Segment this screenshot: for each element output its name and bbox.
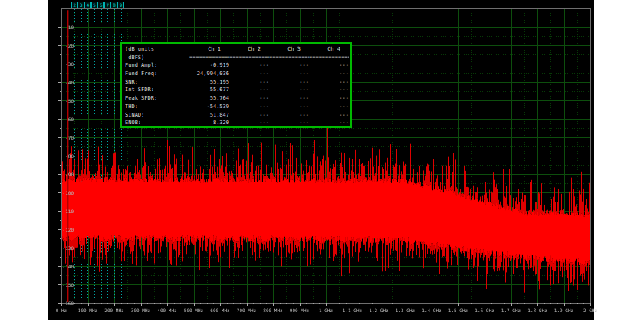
y-tick-label: -110: [48, 209, 74, 214]
x-tick-label: 200 MHz: [104, 307, 123, 313]
table-cell: ---: [229, 94, 269, 103]
table-cell: ---: [309, 119, 349, 127]
x-tick-label: 1.3 GHz: [396, 307, 415, 313]
x-tick-label: 1.7 GHz: [501, 307, 521, 313]
table-cell: ---: [269, 70, 309, 78]
x-tick-label: 500 MHz: [184, 307, 203, 313]
table-cell: ---: [229, 111, 269, 120]
table-cell: ---: [269, 86, 309, 94]
table-cell: 51.847: [189, 111, 229, 120]
table-cell: =============: [309, 54, 349, 62]
table-row: Int SFDR:55.677---------: [125, 86, 347, 94]
table-row-label: dBFS): [125, 54, 189, 62]
x-tick-label: 0 Hz: [56, 307, 67, 313]
table-cell: =============: [189, 54, 229, 62]
table-row-label: ENOB:: [125, 119, 189, 127]
y-tick-label: -90: [48, 172, 74, 177]
table-cell: ---: [269, 94, 309, 103]
y-tick-label: -120: [48, 227, 74, 232]
y-tick-label: -20: [48, 43, 74, 48]
table-cell: ---: [269, 111, 309, 120]
y-tick-label: -30: [48, 61, 74, 67]
table-cell: =============: [269, 54, 309, 62]
table-cell: -0.919: [189, 61, 229, 70]
table-cell: 24,994,036: [189, 70, 229, 78]
table-cell: Ch 3: [269, 45, 309, 54]
x-tick-label: 300 MHz: [131, 307, 150, 313]
table-cell: ---: [269, 61, 309, 70]
harmonic-marker-badge[interactable]: 9: [117, 2, 124, 8]
table-cell: 55.677: [189, 86, 229, 94]
table-row-label: Fund Ampl:: [125, 61, 189, 70]
table-row: Fund Freq:24,994,036---------: [125, 70, 347, 78]
table-row-label: (dB units: [125, 45, 189, 54]
table-row: Fund Ampl:-0.919---------: [125, 61, 347, 70]
measurement-readout-table: (dB unitsCh 1Ch 2Ch 3Ch 4 dBFS)=========…: [120, 42, 352, 128]
x-tick-label: 1.1 GHz: [343, 307, 362, 313]
y-tick-label: -100: [48, 190, 74, 196]
y-tick-label: -160: [48, 301, 74, 306]
table-row-label: SNR:: [125, 78, 189, 87]
y-tick-label: -70: [48, 135, 74, 140]
x-tick-label: 1.5 GHz: [449, 307, 468, 313]
table-cell: ---: [309, 94, 349, 103]
table-row-label: Fund Freq:: [125, 70, 189, 78]
x-tick-label: 1.2 GHz: [369, 307, 388, 313]
table-cell: ---: [309, 78, 349, 87]
y-tick-label: -130: [48, 245, 74, 251]
table-cell: ---: [309, 70, 349, 78]
fft-analyzer-panel: -10-20-30-40-50-60-70-80-90-100-110-120-…: [48, 0, 594, 320]
table-row: THD:-54.539---------: [125, 103, 347, 111]
x-tick-label: 1.9 GHz: [554, 307, 573, 313]
table-row: SNR:55.195---------: [125, 78, 347, 87]
table-cell: ---: [269, 119, 309, 127]
table-cell: ---: [309, 111, 349, 120]
table-cell: 55.764: [189, 94, 229, 103]
x-tick-label: 700 MHz: [237, 307, 256, 313]
screenshot-root: -10-20-30-40-50-60-70-80-90-100-110-120-…: [0, 0, 644, 322]
table-cell: ---: [309, 86, 349, 94]
table-row: ENOB:8.320---------: [125, 119, 347, 127]
table-cell: ---: [269, 103, 309, 111]
table-cell: -54.539: [189, 103, 229, 111]
table-cell: ---: [269, 78, 309, 87]
table-cell: Ch 1: [189, 45, 229, 54]
x-tick-label: 1.6 GHz: [475, 307, 494, 313]
table-cell: 55.195: [189, 78, 229, 87]
y-tick-label: -150: [48, 282, 74, 288]
table-cell: ---: [229, 70, 269, 78]
x-tick-label: 100 MHz: [78, 307, 97, 313]
table-cell: ---: [309, 103, 349, 111]
table-row-label: Int SFDR:: [125, 86, 189, 94]
x-tick-label: 1.4 GHz: [422, 307, 441, 313]
x-tick-label: 800 MHz: [263, 307, 282, 313]
x-tick-label: 900 MHz: [290, 307, 309, 313]
table-cell: ---: [229, 61, 269, 70]
table-cell: Ch 2: [229, 45, 269, 54]
y-tick-label: -60: [48, 117, 74, 122]
table-cell: ---: [229, 103, 269, 111]
table-cell: ---: [229, 86, 269, 94]
table-cell: =============: [229, 54, 269, 62]
y-tick-label: -50: [48, 98, 74, 104]
table-cell: ---: [229, 78, 269, 87]
table-row: Peak SFDR:55.764---------: [125, 94, 347, 103]
table-cell: ---: [309, 61, 349, 70]
table-row: (dB unitsCh 1Ch 2Ch 3Ch 4: [125, 45, 347, 54]
table-row-label: Peak SFDR:: [125, 94, 189, 103]
table-row: dBFS)===================================…: [125, 54, 347, 62]
table-cell: Ch 4: [309, 45, 349, 54]
table-cell: ---: [229, 119, 269, 127]
table-row-label: THD:: [125, 103, 189, 111]
y-tick-label: -10: [48, 25, 74, 30]
x-tick-label: 1.8 GHz: [527, 307, 547, 313]
x-tick-label: 600 MHz: [210, 307, 229, 313]
y-tick-label: -140: [48, 264, 74, 269]
x-tick-label: 2 GHz: [583, 307, 597, 313]
y-tick-label: -40: [48, 80, 74, 85]
table-row-label: SINAD:: [125, 111, 189, 120]
x-tick-label: 400 MHz: [157, 307, 176, 313]
table-cell: 8.320: [189, 119, 229, 127]
y-tick-label: -80: [48, 153, 74, 159]
x-tick-label: 1 GHz: [319, 307, 333, 313]
